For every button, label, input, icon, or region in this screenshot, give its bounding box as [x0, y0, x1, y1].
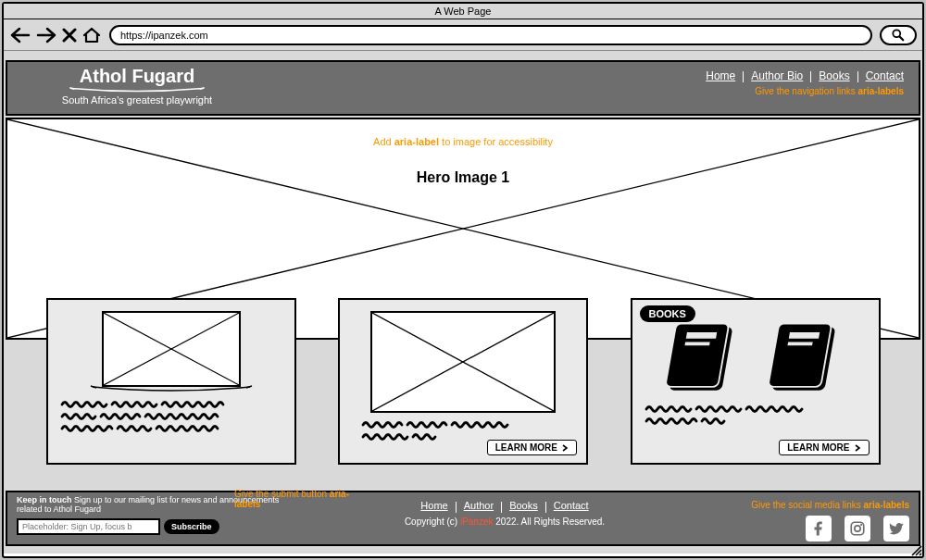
home-icon[interactable] [81, 27, 102, 44]
card-author-image [102, 311, 241, 387]
search-button[interactable] [880, 25, 917, 45]
window-title: A Web Page [4, 4, 922, 19]
resize-grip-icon[interactable] [909, 543, 922, 556]
cards-row: LEARN MORE BOOKS [4, 298, 922, 465]
card-text-placeholder [60, 400, 282, 441]
chevron-right-icon [854, 444, 861, 452]
search-icon [892, 29, 905, 42]
learn-more-button[interactable]: LEARN MORE [487, 440, 577, 455]
book-icon [656, 315, 753, 403]
footer-nav-author[interactable]: Author [464, 500, 494, 513]
learn-more-button[interactable]: LEARN MORE [779, 440, 869, 455]
facebook-icon[interactable] [806, 516, 832, 541]
books-badge: BOOKS [640, 305, 695, 322]
svg-rect-10 [684, 342, 709, 345]
nav-annotation: Give the navigation links aria-labels [706, 86, 904, 96]
close-icon[interactable] [61, 28, 78, 43]
hero-title: Hero Image 1 [7, 169, 919, 186]
forward-icon[interactable] [35, 27, 57, 44]
hero-annotation: Add aria-label to image for accessibilit… [7, 136, 919, 147]
nav-books[interactable]: Books [819, 69, 849, 82]
svg-point-16 [855, 526, 860, 531]
social-annotation: Give the social media links aria-labels [715, 500, 909, 510]
brand: Athol Fugard South Africa's greatest pla… [44, 66, 230, 106]
primary-nav: Home Author Bio Books Contact [706, 69, 904, 82]
card-generic: LEARN MORE [338, 298, 588, 465]
placeholder-cross-icon [104, 313, 239, 385]
nav-contact[interactable]: Contact [866, 69, 904, 82]
brand-swoosh-icon [44, 87, 230, 93]
site-footer: Keep in touch Sign up to our mailing lis… [6, 491, 920, 546]
submit-annotation: Give the submit button aria-labels [234, 489, 364, 509]
footer-nav-home[interactable]: Home [420, 500, 447, 513]
nav-author-bio[interactable]: Author Bio [751, 69, 803, 82]
card-text-placeholder [644, 404, 867, 430]
card-generic-image [370, 311, 556, 413]
svg-rect-14 [787, 342, 812, 345]
chevron-right-icon [561, 444, 569, 452]
instagram-icon[interactable] [845, 516, 870, 541]
signup-input[interactable] [17, 518, 160, 535]
brand-title: Athol Fugard [80, 66, 194, 87]
footer-nav-books[interactable]: Books [509, 500, 538, 513]
book-icon [758, 315, 856, 403]
placeholder-cross-icon [372, 313, 554, 411]
site-header: Athol Fugard South Africa's greatest pla… [6, 60, 920, 116]
twitter-icon[interactable] [883, 516, 909, 541]
browser-toolbar: https://ipanzek.com [4, 19, 922, 51]
svg-rect-13 [788, 332, 819, 339]
copyright: Copyright (c) iPanzek 2022. All Rights R… [294, 516, 715, 527]
svg-point-17 [860, 524, 862, 526]
svg-rect-9 [685, 332, 716, 339]
footer-nav-contact[interactable]: Contact [554, 500, 589, 513]
nav-home[interactable]: Home [706, 69, 735, 82]
url-bar[interactable]: https://ipanzek.com [109, 25, 872, 45]
card-books: BOOKS [631, 298, 881, 465]
subscribe-button[interactable]: Subscribe [164, 519, 219, 534]
brand-tagline: South Africa's greatest playwright [62, 94, 212, 106]
back-icon[interactable] [9, 27, 31, 44]
card-author [46, 298, 296, 465]
